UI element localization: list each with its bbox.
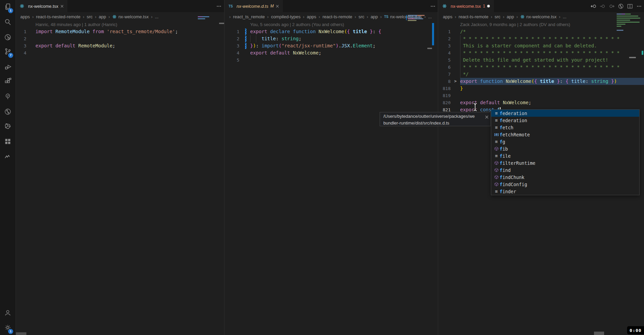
tab-close-icon[interactable] — [276, 5, 279, 8]
breadcrumb-item[interactable]: react_ts_remote — [229, 14, 265, 19]
minimap — [408, 18, 423, 19]
gitlens-graph-icon[interactable] — [618, 3, 624, 9]
minimap-slider[interactable] — [629, 57, 636, 58]
suggestion-item[interactable]: ≡ [@] file — [491, 152, 639, 159]
suggestion-item[interactable]: ≡ [@] finder — [491, 188, 639, 195]
code-line: 3 This is a starter component and can be… — [438, 42, 644, 49]
code-line: 1/* — [438, 28, 644, 35]
tab-close-icon[interactable] — [61, 5, 64, 8]
tab-label: nx-welcome.d.ts — [237, 4, 268, 9]
code-line: 820export default NxWelcome; — [438, 99, 644, 106]
test-explorer-icon[interactable] — [4, 92, 12, 100]
breadcrumb-file[interactable]: nx-welcome.tsx — [106, 14, 149, 19]
settings-badge: 1 — [8, 329, 13, 334]
code-line: 818} — [438, 85, 644, 92]
source-control-badge: 7 — [8, 53, 13, 58]
suggestion-item[interactable]: ≡ [@] fg — [491, 138, 639, 145]
scrollbar-modified-marker[interactable] — [432, 23, 434, 45]
accounts-icon[interactable] — [4, 309, 12, 317]
text-suggestion-icon: ≡ — [493, 118, 500, 123]
ibeam-cursor-icon — [473, 103, 478, 113]
activity-bar: 1 7 — [0, 0, 16, 335]
blame-line: You, 5 seconds ago | 2 authors (You and … — [224, 21, 438, 28]
breadcrumb-file[interactable]: nx-welcome.tsx — [514, 14, 556, 19]
text-suggestion-icon: ≡ — [493, 153, 500, 158]
next-change-icon[interactable] — [609, 3, 615, 9]
suggestion-item[interactable]: ≡ [@] fetchRemote — [491, 131, 639, 138]
breadcrumb-item[interactable]: react-ts-remote — [316, 14, 352, 19]
nav-back-icon[interactable] — [590, 3, 597, 9]
code-area[interactable]: You, 5 seconds ago | 2 authors (You and … — [224, 21, 438, 64]
breadcrumb-more[interactable]: ... — [556, 14, 566, 19]
breadcrumb-item[interactable]: src — [352, 14, 364, 19]
minimap-slider[interactable] — [219, 23, 224, 24]
git-graph-icon[interactable] — [4, 108, 12, 116]
suggestion-item[interactable]: ≡ [@] findConfig — [491, 181, 639, 188]
breadcrumb-item[interactable]: apps — [443, 14, 452, 19]
more-actions-icon[interactable] — [216, 3, 222, 9]
tooltip-close-icon[interactable] — [485, 114, 488, 121]
breadcrumbs: apps react-ts-remote src app nx-welcome.… — [438, 12, 644, 21]
gutter-modified-bar — [245, 36, 246, 42]
grid-extension-icon[interactable] — [4, 137, 12, 146]
text-suggestion-icon: ≡ — [493, 111, 500, 116]
module-suggestion-icon — [493, 182, 500, 186]
breadcrumb-item[interactable]: app — [500, 14, 514, 19]
text-suggestion-icon: ≡ — [493, 139, 500, 144]
breadcrumb-item[interactable]: src — [80, 14, 93, 19]
breadcrumb-item[interactable]: compiled-types — [265, 14, 301, 19]
split-editor-icon[interactable] — [627, 3, 633, 9]
blame-line: Hanric, 48 minutes ago | 1 author (Hanri… — [16, 21, 224, 28]
suggestion-item[interactable]: ≡ [@] filterRuntime — [491, 159, 639, 166]
prev-change-icon[interactable] — [599, 3, 606, 9]
more-actions-icon[interactable] — [636, 3, 642, 9]
blame-line: Zack Jackson, 9 months ago | 2 authors (… — [438, 21, 644, 28]
module-suggestion-icon — [493, 147, 500, 151]
minimap-slider[interactable] — [427, 48, 432, 49]
gitlens-icon[interactable] — [4, 33, 12, 41]
code-line: 2 title: string; — [224, 35, 438, 42]
breadcrumb-item[interactable]: react-ts-nested-remote — [30, 14, 80, 19]
fold-chevron-icon[interactable]: > — [451, 78, 460, 85]
minimap — [617, 16, 638, 17]
code-area[interactable]: Hanric, 48 minutes ago | 1 author (Hanri… — [16, 21, 224, 57]
breadcrumb-item[interactable]: src — [488, 14, 501, 19]
tab-nx-welcome-tsx-right[interactable]: nx-welcome.tsx 1 — [438, 0, 494, 12]
tab-nx-welcome-tsx-left[interactable]: nx-welcome.tsx — [16, 0, 67, 12]
typescript-file-icon: TS — [229, 4, 233, 8]
breadcrumb-item[interactable]: apps — [301, 14, 316, 19]
minimap — [408, 15, 425, 16]
suggestion-label: fetch — [500, 125, 514, 130]
suggestion-label: filterRuntime — [500, 160, 535, 166]
suggestion-item[interactable]: ≡ [@] federation — [491, 110, 639, 117]
minimap — [198, 18, 205, 19]
code-line: 1export declare function NxWelcome({ tit… — [224, 28, 438, 35]
typescript-file-icon: TS — [384, 15, 388, 19]
tab-nx-welcome-dts[interactable]: TS nx-welcome.d.ts M — [224, 0, 283, 12]
breadcrumb-item[interactable]: app — [93, 14, 106, 19]
code-line: 3export default RemoteModule; — [16, 42, 224, 49]
suggestion-item[interactable]: ≡ [@] findChunk — [491, 174, 639, 181]
code-area[interactable]: Zack Jackson, 9 months ago | 2 authors (… — [438, 21, 644, 113]
suggestion-item[interactable]: ≡ [@] fib — [491, 145, 639, 152]
dock-strip — [594, 332, 604, 335]
vscode-window: 1 7 — [0, 0, 644, 335]
breadcrumb-more[interactable]: ... — [149, 14, 159, 19]
suggestion-item[interactable]: ≡ [@] fetch — [491, 124, 639, 131]
breadcrumb-item[interactable]: apps — [20, 14, 30, 19]
git-modified-badge: M — [270, 4, 274, 8]
suggestion-item[interactable]: ≡ [@] find — [491, 166, 639, 174]
waves-extension-icon[interactable] — [4, 153, 12, 161]
search-icon[interactable] — [4, 18, 12, 26]
breadcrumb-item[interactable]: app — [364, 14, 378, 19]
code-line: 4 * * * * * * * * * * * * * * * * * * * … — [438, 49, 644, 57]
module-suggestion-icon — [493, 168, 500, 172]
suggestion-item[interactable]: ≡ [@] federation — [491, 117, 639, 124]
bit-extension-icon[interactable] — [4, 122, 12, 130]
recording-timer: 0:00 — [627, 326, 644, 334]
run-debug-icon[interactable] — [4, 63, 12, 71]
unsaved-dot-icon[interactable] — [487, 5, 490, 7]
breadcrumb-item[interactable]: react-ts-remote — [452, 14, 488, 19]
extensions-icon[interactable] — [4, 77, 12, 85]
more-actions-icon[interactable] — [430, 3, 436, 9]
